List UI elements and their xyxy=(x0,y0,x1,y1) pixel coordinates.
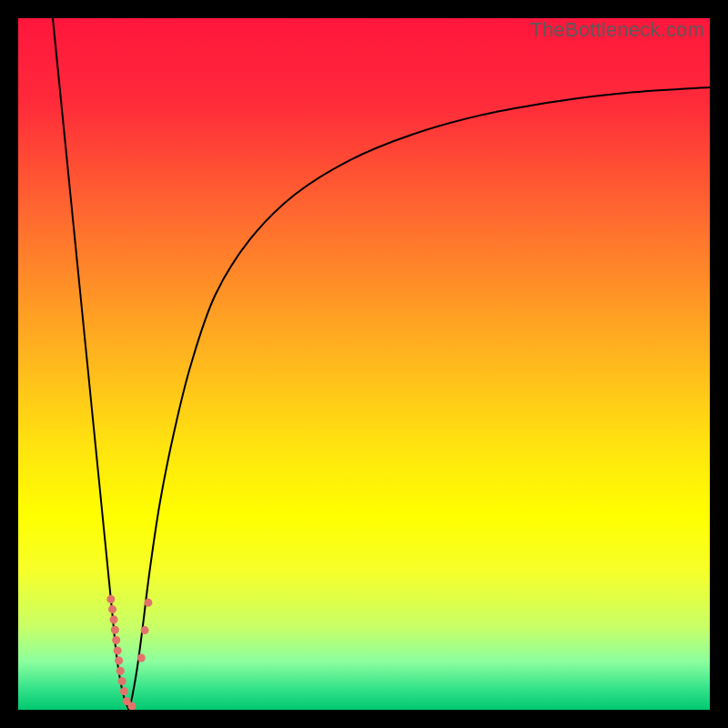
chart-background xyxy=(18,18,710,710)
series-dotted_overlay_right-dot xyxy=(144,599,152,607)
watermark-text: TheBottleneck.com xyxy=(530,18,704,42)
series-dotted_overlay_right-dot xyxy=(141,626,149,634)
chart-plot-area: TheBottleneck.com xyxy=(18,18,710,710)
chart-frame: TheBottleneck.com xyxy=(0,0,728,728)
chart-svg xyxy=(18,18,710,710)
series-dotted_overlay_right-dot xyxy=(137,654,146,662)
